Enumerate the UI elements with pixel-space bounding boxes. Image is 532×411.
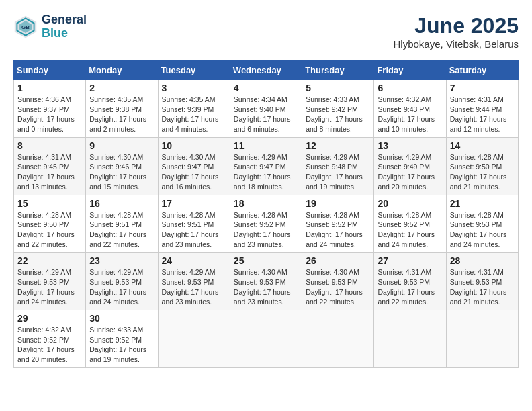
day-info: Sunrise: 4:29 AM Sunset: 9:53 PM Dayligh… bbox=[17, 267, 82, 307]
day-info: Sunrise: 4:30 AM Sunset: 9:53 PM Dayligh… bbox=[306, 267, 370, 307]
day-info: Sunrise: 4:31 AM Sunset: 9:53 PM Dayligh… bbox=[450, 267, 515, 307]
weekday-monday: Monday bbox=[86, 61, 158, 80]
day-cell: 17Sunrise: 4:28 AM Sunset: 9:51 PM Dayli… bbox=[158, 195, 230, 253]
day-cell: 6Sunrise: 4:32 AM Sunset: 9:43 PM Daylig… bbox=[374, 80, 446, 138]
day-info: Sunrise: 4:28 AM Sunset: 9:51 PM Dayligh… bbox=[89, 210, 154, 250]
day-info: Sunrise: 4:28 AM Sunset: 9:52 PM Dayligh… bbox=[234, 210, 298, 250]
day-cell: 1Sunrise: 4:36 AM Sunset: 9:37 PM Daylig… bbox=[14, 80, 86, 138]
day-number: 29 bbox=[17, 313, 82, 324]
day-cell: 19Sunrise: 4:28 AM Sunset: 9:52 PM Dayli… bbox=[302, 195, 374, 253]
day-cell: 16Sunrise: 4:28 AM Sunset: 9:51 PM Dayli… bbox=[86, 195, 158, 253]
day-cell bbox=[374, 310, 446, 368]
day-cell: 13Sunrise: 4:29 AM Sunset: 9:49 PM Dayli… bbox=[374, 137, 446, 195]
day-cell: 24Sunrise: 4:29 AM Sunset: 9:53 PM Dayli… bbox=[158, 253, 230, 310]
day-number: 14 bbox=[450, 140, 515, 151]
day-number: 21 bbox=[450, 198, 515, 209]
day-cell: 9Sunrise: 4:30 AM Sunset: 9:46 PM Daylig… bbox=[86, 137, 158, 195]
day-info: Sunrise: 4:35 AM Sunset: 9:38 PM Dayligh… bbox=[89, 95, 154, 134]
week-row-2: 8Sunrise: 4:31 AM Sunset: 9:45 PM Daylig… bbox=[14, 137, 519, 195]
day-info: Sunrise: 4:32 AM Sunset: 9:52 PM Dayligh… bbox=[17, 325, 82, 365]
day-info: Sunrise: 4:33 AM Sunset: 9:42 PM Dayligh… bbox=[306, 95, 370, 134]
day-number: 19 bbox=[306, 198, 370, 209]
day-number: 30 bbox=[89, 313, 154, 324]
day-number: 4 bbox=[234, 83, 298, 93]
day-number: 28 bbox=[450, 255, 515, 266]
svg-text:GB: GB bbox=[21, 24, 30, 30]
weekday-saturday: Saturday bbox=[446, 61, 518, 80]
weekday-thursday: Thursday bbox=[302, 61, 374, 80]
day-info: Sunrise: 4:32 AM Sunset: 9:43 PM Dayligh… bbox=[378, 95, 442, 134]
logo-icon: GB bbox=[13, 15, 38, 39]
day-number: 13 bbox=[378, 140, 442, 151]
day-info: Sunrise: 4:36 AM Sunset: 9:37 PM Dayligh… bbox=[17, 95, 82, 134]
day-cell: 10Sunrise: 4:30 AM Sunset: 9:47 PM Dayli… bbox=[158, 137, 230, 195]
day-cell: 11Sunrise: 4:29 AM Sunset: 9:47 PM Dayli… bbox=[230, 137, 302, 195]
day-number: 12 bbox=[306, 140, 370, 151]
day-cell: 3Sunrise: 4:35 AM Sunset: 9:39 PM Daylig… bbox=[158, 80, 230, 138]
weekday-sunday: Sunday bbox=[14, 61, 86, 80]
day-number: 15 bbox=[17, 198, 82, 209]
day-cell: 8Sunrise: 4:31 AM Sunset: 9:45 PM Daylig… bbox=[14, 137, 86, 195]
day-info: Sunrise: 4:28 AM Sunset: 9:53 PM Dayligh… bbox=[450, 210, 515, 250]
day-info: Sunrise: 4:31 AM Sunset: 9:44 PM Dayligh… bbox=[450, 95, 515, 134]
day-info: Sunrise: 4:28 AM Sunset: 9:50 PM Dayligh… bbox=[450, 152, 515, 192]
day-info: Sunrise: 4:28 AM Sunset: 9:52 PM Dayligh… bbox=[378, 210, 442, 250]
day-number: 2 bbox=[89, 83, 154, 93]
weekday-wednesday: Wednesday bbox=[230, 61, 302, 80]
day-info: Sunrise: 4:30 AM Sunset: 9:46 PM Dayligh… bbox=[89, 152, 154, 192]
title-area: June 2025 Hlybokaye, Vitebsk, Belarus bbox=[394, 13, 519, 50]
day-number: 20 bbox=[378, 198, 442, 209]
day-info: Sunrise: 4:28 AM Sunset: 9:50 PM Dayligh… bbox=[17, 210, 82, 250]
day-number: 16 bbox=[89, 198, 154, 209]
week-row-1: 1Sunrise: 4:36 AM Sunset: 9:37 PM Daylig… bbox=[14, 80, 519, 138]
day-cell: 2Sunrise: 4:35 AM Sunset: 9:38 PM Daylig… bbox=[86, 80, 158, 138]
day-info: Sunrise: 4:29 AM Sunset: 9:49 PM Dayligh… bbox=[378, 152, 442, 192]
page-container: GB General Blue June 2025 Hlybokaye, Vit… bbox=[13, 13, 519, 368]
day-number: 9 bbox=[89, 140, 154, 151]
day-cell: 14Sunrise: 4:28 AM Sunset: 9:50 PM Dayli… bbox=[446, 137, 518, 195]
day-cell bbox=[446, 310, 518, 368]
day-info: Sunrise: 4:30 AM Sunset: 9:47 PM Dayligh… bbox=[162, 152, 226, 192]
day-number: 8 bbox=[17, 140, 82, 151]
day-cell: 26Sunrise: 4:30 AM Sunset: 9:53 PM Dayli… bbox=[302, 253, 374, 310]
day-info: Sunrise: 4:28 AM Sunset: 9:51 PM Dayligh… bbox=[162, 210, 226, 250]
weekday-friday: Friday bbox=[374, 61, 446, 80]
day-number: 11 bbox=[234, 140, 298, 151]
day-cell bbox=[158, 310, 230, 368]
logo-line2: Blue bbox=[42, 27, 87, 40]
calendar: SundayMondayTuesdayWednesdayThursdayFrid… bbox=[13, 60, 519, 368]
week-row-3: 15Sunrise: 4:28 AM Sunset: 9:50 PM Dayli… bbox=[14, 195, 519, 253]
weekday-tuesday: Tuesday bbox=[158, 61, 230, 80]
day-info: Sunrise: 4:29 AM Sunset: 9:48 PM Dayligh… bbox=[306, 152, 370, 192]
month-year: June 2025 bbox=[394, 13, 519, 38]
day-cell bbox=[302, 310, 374, 368]
day-number: 3 bbox=[162, 83, 226, 93]
day-number: 10 bbox=[162, 140, 226, 151]
day-cell: 15Sunrise: 4:28 AM Sunset: 9:50 PM Dayli… bbox=[14, 195, 86, 253]
day-cell: 18Sunrise: 4:28 AM Sunset: 9:52 PM Dayli… bbox=[230, 195, 302, 253]
day-cell: 20Sunrise: 4:28 AM Sunset: 9:52 PM Dayli… bbox=[374, 195, 446, 253]
day-number: 6 bbox=[378, 83, 442, 93]
location: Hlybokaye, Vitebsk, Belarus bbox=[394, 38, 519, 50]
day-cell: 21Sunrise: 4:28 AM Sunset: 9:53 PM Dayli… bbox=[446, 195, 518, 253]
day-info: Sunrise: 4:28 AM Sunset: 9:52 PM Dayligh… bbox=[306, 210, 370, 250]
day-number: 18 bbox=[234, 198, 298, 209]
day-number: 26 bbox=[306, 255, 370, 266]
day-info: Sunrise: 4:29 AM Sunset: 9:53 PM Dayligh… bbox=[89, 267, 154, 307]
day-number: 17 bbox=[162, 198, 226, 209]
day-cell: 29Sunrise: 4:32 AM Sunset: 9:52 PM Dayli… bbox=[14, 310, 86, 368]
header: GB General Blue June 2025 Hlybokaye, Vit… bbox=[13, 13, 519, 50]
day-cell: 25Sunrise: 4:30 AM Sunset: 9:53 PM Dayli… bbox=[230, 253, 302, 310]
day-cell: 5Sunrise: 4:33 AM Sunset: 9:42 PM Daylig… bbox=[302, 80, 374, 138]
logo: GB General Blue bbox=[13, 13, 87, 40]
day-cell: 7Sunrise: 4:31 AM Sunset: 9:44 PM Daylig… bbox=[446, 80, 518, 138]
day-number: 23 bbox=[89, 255, 154, 266]
day-info: Sunrise: 4:31 AM Sunset: 9:45 PM Dayligh… bbox=[17, 152, 82, 192]
logo-line1: General bbox=[42, 13, 87, 27]
day-info: Sunrise: 4:29 AM Sunset: 9:53 PM Dayligh… bbox=[162, 267, 226, 307]
day-number: 24 bbox=[162, 255, 226, 266]
day-number: 5 bbox=[306, 83, 370, 93]
day-number: 7 bbox=[450, 83, 515, 93]
day-number: 22 bbox=[17, 255, 82, 266]
day-number: 27 bbox=[378, 255, 442, 266]
